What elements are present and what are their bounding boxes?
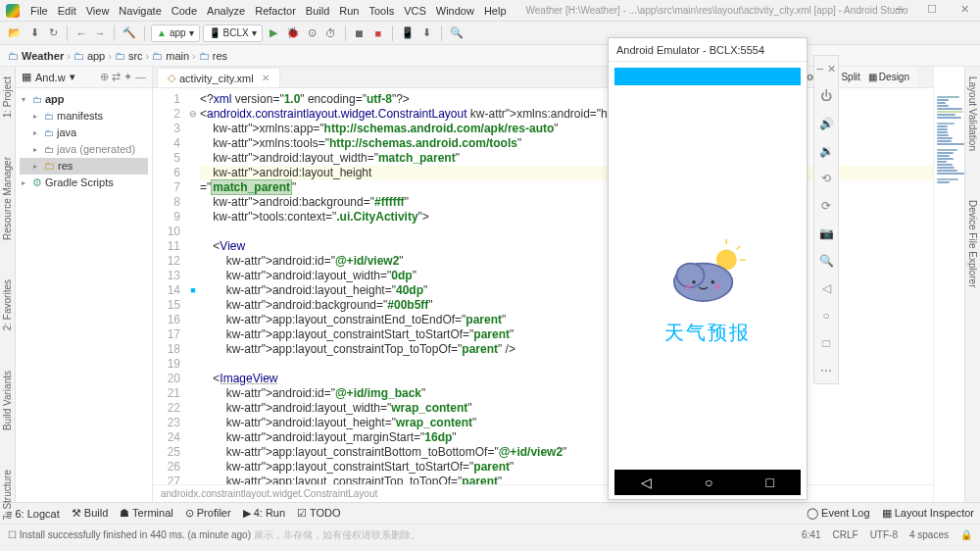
avd-icon[interactable]: 📱 xyxy=(399,25,416,42)
svg-point-6 xyxy=(692,280,696,284)
open-icon[interactable]: 📂 xyxy=(6,25,24,42)
stop-icon[interactable]: ■ xyxy=(370,25,386,42)
menu-run[interactable]: Run xyxy=(334,5,364,17)
svg-point-9 xyxy=(715,283,720,288)
emu-back-icon[interactable]: ◁ xyxy=(817,279,835,297)
status-encoding[interactable]: UTF-8 xyxy=(870,529,898,540)
editor-breadcrumb: androidx.constraintlayout.widget.Constra… xyxy=(153,484,933,502)
minimize-icon[interactable]: ─ xyxy=(891,3,908,16)
tab-close-icon[interactable]: ✕ xyxy=(262,73,270,83)
profile-icon[interactable]: ⏱ xyxy=(323,25,339,42)
status-position[interactable]: 6:41 xyxy=(802,529,820,540)
project-panel: ▦And.w▾ ⊕ ⇄ ✦ — ▾🗀app ▸🗀manifests ▸🗀java… xyxy=(16,67,153,502)
menu-code[interactable]: Code xyxy=(167,5,202,17)
editor-tab[interactable]: ◇activity_city.xml✕ xyxy=(157,68,280,87)
debug-icon[interactable]: 🐞 xyxy=(284,25,302,42)
emu-rotate-left-icon[interactable]: ⟲ xyxy=(817,170,835,187)
status-lock-icon[interactable]: 🔒 xyxy=(960,529,972,540)
menu-help[interactable]: Help xyxy=(479,5,512,17)
app-logo-icon xyxy=(6,4,20,18)
menu-file[interactable]: File xyxy=(25,5,53,17)
emu-screenshot-icon[interactable]: 📷 xyxy=(817,225,835,242)
emu-volume-up-icon[interactable]: 🔊 xyxy=(817,115,835,132)
device-nav-bar[interactable]: ◁ ○ □ xyxy=(614,470,801,495)
close-icon[interactable]: ✕ xyxy=(956,3,974,16)
tab-build[interactable]: ⚒ Build xyxy=(72,507,109,520)
menu-navigate[interactable]: Navigate xyxy=(114,5,166,17)
menu-build[interactable]: Build xyxy=(301,5,334,17)
main-toolbar: 📂 ⬇ ↻ ← → 🔨 ▲app▾ 📱BCLX▾ ▶ 🐞 ⊙ ⏱ ⏹ ■ 📱 ⬇… xyxy=(0,22,980,45)
svg-point-5 xyxy=(677,263,705,287)
menu-edit[interactable]: Edit xyxy=(53,5,81,17)
bottom-tool-tabs: ≡ 6: Logcat ⚒ Build ☗ Terminal ⊙ Profile… xyxy=(0,502,980,524)
rail-structure[interactable]: 7: Structure xyxy=(2,470,13,521)
rail-device-explorer[interactable]: Device File Explorer xyxy=(967,200,978,287)
mode-design[interactable]: ▦ Design xyxy=(868,72,909,82)
tab-layout-inspector[interactable]: ▦ Layout Inspector xyxy=(882,507,974,520)
tab-event-log[interactable]: ◯ Event Log xyxy=(807,507,870,520)
emu-minimize-icon[interactable]: – xyxy=(816,62,823,75)
svg-point-7 xyxy=(711,280,715,284)
emu-volume-down-icon[interactable]: 🔉 xyxy=(817,142,835,160)
forward-icon[interactable]: → xyxy=(92,25,108,42)
tab-logcat[interactable]: ≡ 6: Logcat xyxy=(6,508,60,520)
weather-label: 天气预报 xyxy=(664,320,751,346)
emu-overview-icon[interactable]: □ xyxy=(817,334,835,352)
status-indent[interactable]: 4 spaces xyxy=(909,529,949,540)
tree-manifests[interactable]: ▸🗀manifests xyxy=(20,108,148,125)
rail-favorites[interactable]: 2: Favorites xyxy=(2,279,13,330)
device-status-bar xyxy=(614,68,801,85)
coverage-icon[interactable]: ⊙ xyxy=(305,25,320,42)
menu-vcs[interactable]: VCS xyxy=(399,5,431,17)
right-tool-rail: Layout Validation Device File Explorer xyxy=(964,67,980,502)
maximize-icon[interactable]: ☐ xyxy=(922,3,942,16)
tree-java[interactable]: ▸🗀java xyxy=(20,125,148,141)
tree-app[interactable]: ▾🗀app xyxy=(20,91,148,108)
minimap[interactable] xyxy=(933,67,964,502)
nav-recent-icon[interactable]: □ xyxy=(766,475,774,490)
weather-icon xyxy=(663,239,752,308)
menu-window[interactable]: Window xyxy=(431,5,479,17)
tree-gradle[interactable]: ▸⚙Gradle Scripts xyxy=(20,175,148,191)
tab-todo[interactable]: ☑ TODO xyxy=(297,507,340,520)
tab-terminal[interactable]: ☗ Terminal xyxy=(120,507,172,520)
svg-line-3 xyxy=(737,246,741,250)
device-dropdown[interactable]: 📱BCLX▾ xyxy=(203,25,263,42)
tab-run[interactable]: ▶ 4: Run xyxy=(243,507,285,520)
run-config-dropdown[interactable]: ▲app▾ xyxy=(151,25,200,42)
menu-view[interactable]: View xyxy=(81,5,115,17)
nav-back-icon[interactable]: ◁ xyxy=(641,475,652,490)
menu-analyze[interactable]: Analyze xyxy=(202,5,250,17)
nav-home-icon[interactable]: ○ xyxy=(705,475,712,490)
emu-power-icon[interactable]: ⏻ xyxy=(817,87,835,105)
build-icon[interactable]: 🔨 xyxy=(121,25,138,42)
rail-layout-validation[interactable]: Layout Validation xyxy=(967,76,978,151)
run-icon[interactable]: ▶ xyxy=(266,25,281,42)
status-message: Install successfully finished in 440 ms.… xyxy=(20,529,251,540)
tree-res[interactable]: ▸🗀res xyxy=(20,158,148,175)
emu-more-icon[interactable]: ⋯ xyxy=(817,362,835,379)
tab-profiler[interactable]: ⊙ Profiler xyxy=(185,507,231,520)
emulator-toolbar: –✕ ⏻ 🔊 🔉 ⟲ ⟳ 📷 🔍 ◁ ○ □ ⋯ xyxy=(813,55,839,384)
status-eol[interactable]: CRLF xyxy=(833,529,858,540)
back-icon[interactable]: ← xyxy=(74,25,89,42)
sync-icon[interactable]: ↻ xyxy=(45,25,61,42)
rail-project[interactable]: 1: Project xyxy=(2,76,13,118)
menu-tools[interactable]: Tools xyxy=(364,5,399,17)
rail-build-variants[interactable]: Build Variants xyxy=(2,371,13,430)
tree-java-gen[interactable]: ▸🗀java (generated) xyxy=(20,141,148,158)
emu-zoom-icon[interactable]: 🔍 xyxy=(817,252,835,270)
attach-debugger-icon[interactable]: ⏹ xyxy=(352,25,368,42)
emu-home-icon[interactable]: ○ xyxy=(817,307,835,325)
save-icon[interactable]: ⬇ xyxy=(26,25,42,42)
device-screen[interactable]: 天气预报 xyxy=(614,85,801,470)
sdk-icon[interactable]: ⬇ xyxy=(419,25,435,42)
window-title: Weather [H:\Weather] - ...\app\src\main\… xyxy=(521,5,913,16)
project-view-dropdown[interactable]: And.w xyxy=(35,72,66,83)
rail-resource-manager[interactable]: Resource Manager xyxy=(2,157,13,240)
emu-close-icon[interactable]: ✕ xyxy=(827,63,836,75)
search-icon[interactable]: 🔍 xyxy=(448,25,466,42)
emu-rotate-right-icon[interactable]: ⟳ xyxy=(817,197,835,215)
menu-refactor[interactable]: Refactor xyxy=(250,5,301,17)
emulator-window[interactable]: Android Emulator - BCLX:5554 天气预报 ◁ ○ □ xyxy=(608,37,808,500)
